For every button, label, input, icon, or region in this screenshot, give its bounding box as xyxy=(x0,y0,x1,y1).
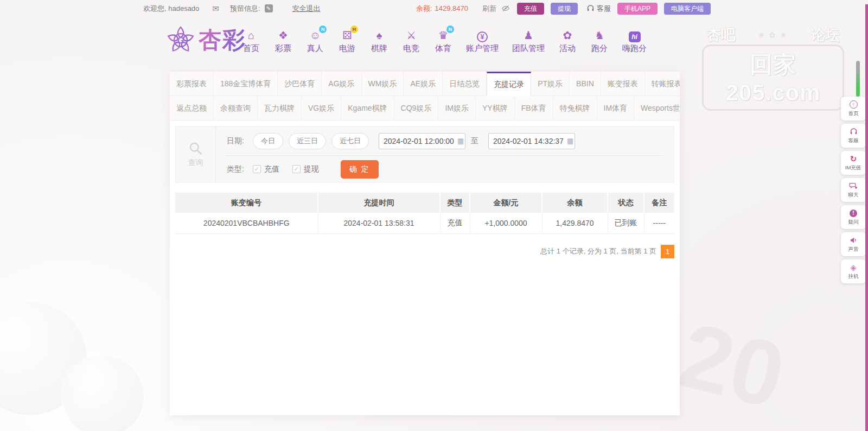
hot-badge: H xyxy=(350,26,358,33)
col-header-status: 状态 xyxy=(608,193,644,213)
nav-hi-paofen[interactable]: hi 嗨跑分 xyxy=(622,28,647,54)
chat-bubble-icon xyxy=(849,181,858,191)
sidebar-item-im-recharge[interactable]: ↻ IM充值 xyxy=(841,151,866,175)
sidebar-item-label: 聊天 xyxy=(848,191,859,198)
sidebar-item-label: 声音 xyxy=(848,245,859,252)
date-label: 日期: xyxy=(227,136,244,146)
site-logo[interactable]: G 杏彩 xyxy=(166,25,246,55)
nav-chess-cards[interactable]: ♠ 棋牌 xyxy=(370,28,388,54)
tab-item[interactable]: AG娱乐 xyxy=(322,72,361,96)
tab-item[interactable]: YY棋牌 xyxy=(476,96,515,121)
tab-item[interactable]: AE娱乐 xyxy=(404,72,443,96)
sidebar-item-chat[interactable]: 聊天 xyxy=(841,178,866,202)
tab-item[interactable]: IM娱乐 xyxy=(438,96,476,121)
records-table: 账变编号 充提时间 类型 金额/元 余额 状态 备注 20240201VBCBA… xyxy=(175,193,674,234)
tab-item[interactable]: 瓦力棋牌 xyxy=(258,96,302,121)
sidebar-item-auto[interactable]: ◈ 挂机 xyxy=(841,259,866,283)
query-label: 查询 xyxy=(188,158,203,168)
sidebar-item-label: 客服 xyxy=(848,137,859,144)
tab-item[interactable]: Kgame棋牌 xyxy=(341,96,394,121)
coin-icon: ¥ xyxy=(477,28,488,42)
edit-pencil-icon[interactable]: ✎ xyxy=(265,4,273,12)
new-badge: N xyxy=(446,26,454,33)
background-balloon-decoration xyxy=(62,356,144,431)
sidebar-item-sound[interactable]: 声音 xyxy=(841,232,866,256)
welcome-text: 欢迎您, hadesado xyxy=(143,4,199,14)
tab-item[interactable]: Wesports世界体育 xyxy=(634,96,680,121)
home-icon: ⌂ xyxy=(248,28,254,42)
date-from-input[interactable]: 2024-02-01 12:00:00 ▦ xyxy=(379,133,465,149)
nav-egames[interactable]: ⚄H 电游 xyxy=(338,28,356,54)
mobile-app-button[interactable]: 手机APP xyxy=(617,3,658,15)
tab-content: 查询 日期: 今日 近三日 近七日 2024-02-01 12:00:00 ▦ … xyxy=(170,121,680,264)
nav-lottery[interactable]: ❖ 彩票 xyxy=(274,28,292,54)
balance-value: 1429.8470 xyxy=(435,4,468,12)
nav-paofen[interactable]: ♞ 跑分 xyxy=(590,28,609,54)
confirm-button[interactable]: 确 定 xyxy=(341,160,379,179)
tab-item[interactable]: 特兔棋牌 xyxy=(553,96,597,121)
tab-item[interactable]: VG娱乐 xyxy=(302,96,341,121)
nav-team-management[interactable]: ♟ 团队管理 xyxy=(512,28,545,54)
tab-item[interactable]: BBIN xyxy=(570,72,601,96)
gamepad-icon: ⚄H xyxy=(342,28,352,42)
nav-label: 首页 xyxy=(243,43,259,54)
tab-item[interactable]: 账变报表 xyxy=(601,72,645,96)
tab-item[interactable]: 余额查询 xyxy=(214,96,258,121)
sidebar-item-home[interactable]: ↑ 首页 xyxy=(841,97,866,121)
tab-item[interactable]: WM娱乐 xyxy=(362,72,404,96)
page-1-button[interactable]: 1 xyxy=(661,245,674,258)
tab-deposit-withdraw-records-active[interactable]: 充提记录 xyxy=(487,72,531,96)
watermark-title-left: 杏吧 xyxy=(706,25,736,45)
calendar-icon[interactable]: ▦ xyxy=(457,137,464,145)
logout-link[interactable]: 安全退出 xyxy=(292,4,321,14)
tab-item[interactable]: PT娱乐 xyxy=(531,72,570,96)
tab-item[interactable]: FB体育 xyxy=(515,96,553,121)
quick-range-today-button[interactable]: 今日 xyxy=(253,133,283,149)
nav-account-management[interactable]: ¥ 账户管理 xyxy=(466,28,499,54)
cell-status: 已到账 xyxy=(608,213,644,233)
sidebar-item-label: 首页 xyxy=(848,110,859,117)
customer-service-label: 客服 xyxy=(597,4,611,14)
sidebar-item-question[interactable]: ! 疑问 xyxy=(841,205,866,229)
balance-label: 余额: xyxy=(416,4,432,14)
nav-promotions[interactable]: ✿ 活动 xyxy=(558,28,577,54)
tab-item[interactable]: CQ9娱乐 xyxy=(394,96,439,121)
date-to-input[interactable]: 2024-02-01 14:32:37 ▦ xyxy=(488,133,575,149)
nav-home[interactable]: ⌂ 首页 xyxy=(242,28,260,54)
tab-item[interactable]: 沙巴体育 xyxy=(278,72,322,96)
cell-amount: +1,000.0000 xyxy=(470,213,542,233)
tab-item[interactable]: 188金宝博体育 xyxy=(214,72,278,96)
table-header-row: 账变编号 充提时间 类型 金额/元 余额 状态 备注 xyxy=(175,193,674,213)
deposit-button[interactable]: 充值 xyxy=(517,3,544,15)
table-row: 20240201VBCBAHBHFG 2024-02-01 13:58:31 充… xyxy=(175,213,674,233)
nav-live-casino[interactable]: ☺N 真人 xyxy=(306,28,324,54)
tab-item[interactable]: 彩票报表 xyxy=(170,72,214,96)
background-number-decoration: 20 xyxy=(669,301,795,429)
sidebar-item-service[interactable]: 客服 xyxy=(841,124,866,148)
nav-label: 账户管理 xyxy=(466,43,499,54)
quick-range-3days-button[interactable]: 近三日 xyxy=(289,133,326,149)
tab-item[interactable]: 日结总览 xyxy=(443,72,487,96)
calendar-icon[interactable]: ▦ xyxy=(567,137,573,145)
nav-label: 嗨跑分 xyxy=(622,43,647,54)
nav-esports[interactable]: ⚔ 电竞 xyxy=(402,28,420,54)
cards-icon: ♠ xyxy=(376,28,382,42)
mail-icon[interactable]: ✉ xyxy=(212,4,219,14)
nav-sports[interactable]: ♛N 体育 xyxy=(434,28,452,54)
quick-range-7days-button[interactable]: 近七日 xyxy=(331,133,369,149)
withdraw-button[interactable]: 提现 xyxy=(551,3,578,15)
pc-client-button[interactable]: 电脑客户端 xyxy=(664,3,711,15)
customer-service-link[interactable]: 客服 xyxy=(586,4,611,14)
tab-item[interactable]: 返点总额 xyxy=(170,96,214,121)
deposit-type-checkbox[interactable]: ✓ xyxy=(253,165,261,173)
refresh-balance-button[interactable]: 刷新 xyxy=(482,4,496,14)
hide-balance-eye-icon[interactable] xyxy=(501,4,510,12)
headset-icon xyxy=(586,4,595,12)
pagination: 总计 1 个记录, 分为 1 页, 当前第 1 页 1 xyxy=(175,245,674,258)
scrollbar-thumb[interactable] xyxy=(856,61,860,97)
tab-item[interactable]: 转账报表 xyxy=(645,72,680,96)
withdraw-type-checkbox[interactable]: ✓ xyxy=(292,165,301,173)
trophy-icon: ♛N xyxy=(438,28,448,42)
logo-text: 杏彩 xyxy=(199,25,246,55)
tab-item[interactable]: IM体育 xyxy=(597,96,635,121)
